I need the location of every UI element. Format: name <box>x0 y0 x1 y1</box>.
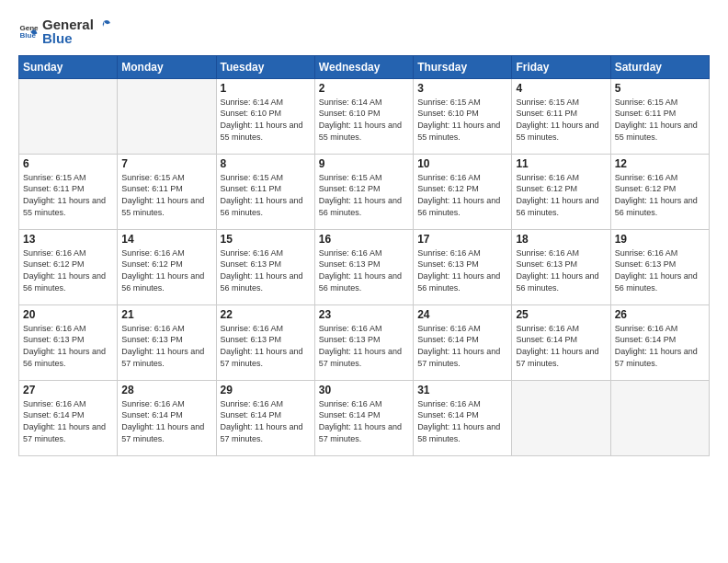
table-row: 19Sunrise: 6:16 AM Sunset: 6:13 PM Dayli… <box>610 229 709 304</box>
day-info: Sunrise: 6:16 AM Sunset: 6:12 PM Dayligh… <box>417 172 507 218</box>
col-wednesday: Wednesday <box>314 55 413 78</box>
day-info: Sunrise: 6:15 AM Sunset: 6:10 PM Dayligh… <box>417 97 507 143</box>
table-row: 25Sunrise: 6:16 AM Sunset: 6:14 PM Dayli… <box>512 304 610 380</box>
col-sunday: Sunday <box>19 55 118 78</box>
day-number: 15 <box>221 233 311 246</box>
day-info: Sunrise: 6:15 AM Sunset: 6:11 PM Dayligh… <box>516 97 606 143</box>
table-row: 12Sunrise: 6:16 AM Sunset: 6:12 PM Dayli… <box>610 154 709 229</box>
col-thursday: Thursday <box>414 55 512 78</box>
table-row: 2Sunrise: 6:14 AM Sunset: 6:10 PM Daylig… <box>314 78 413 154</box>
day-number: 5 <box>615 82 705 95</box>
table-row: 27Sunrise: 6:16 AM Sunset: 6:14 PM Dayli… <box>19 380 118 455</box>
table-row: 10Sunrise: 6:16 AM Sunset: 6:12 PM Dayli… <box>414 154 512 229</box>
day-number: 13 <box>23 233 113 246</box>
logo-bird-icon <box>95 17 111 34</box>
day-info: Sunrise: 6:16 AM Sunset: 6:12 PM Dayligh… <box>615 172 705 218</box>
table-row: 22Sunrise: 6:16 AM Sunset: 6:13 PM Dayli… <box>216 304 314 380</box>
table-row: 11Sunrise: 6:16 AM Sunset: 6:12 PM Dayli… <box>512 154 610 229</box>
table-row: 6Sunrise: 6:15 AM Sunset: 6:11 PM Daylig… <box>19 154 118 229</box>
day-info: Sunrise: 6:16 AM Sunset: 6:14 PM Dayligh… <box>121 398 211 444</box>
table-row: 4Sunrise: 6:15 AM Sunset: 6:11 PM Daylig… <box>512 78 610 154</box>
day-info: Sunrise: 6:16 AM Sunset: 6:12 PM Dayligh… <box>121 247 211 293</box>
calendar-table: Sunday Monday Tuesday Wednesday Thursday… <box>18 55 710 456</box>
day-number: 8 <box>221 157 311 170</box>
day-number: 18 <box>516 233 606 246</box>
day-number: 30 <box>319 384 409 396</box>
day-number: 14 <box>121 233 211 246</box>
day-info: Sunrise: 6:16 AM Sunset: 6:14 PM Dayligh… <box>23 398 113 444</box>
day-number: 1 <box>221 82 311 95</box>
table-row: 21Sunrise: 6:16 AM Sunset: 6:13 PM Dayli… <box>118 304 216 380</box>
day-number: 4 <box>516 82 606 95</box>
day-number: 2 <box>319 82 409 95</box>
day-number: 27 <box>23 384 113 396</box>
logo: General Blue General Blue <box>18 17 112 46</box>
day-info: Sunrise: 6:15 AM Sunset: 6:11 PM Dayligh… <box>121 172 211 218</box>
day-info: Sunrise: 6:16 AM Sunset: 6:13 PM Dayligh… <box>417 247 507 293</box>
day-info: Sunrise: 6:14 AM Sunset: 6:10 PM Dayligh… <box>221 97 311 143</box>
day-number: 11 <box>516 157 606 170</box>
day-number: 24 <box>417 308 507 321</box>
table-row: 20Sunrise: 6:16 AM Sunset: 6:13 PM Dayli… <box>19 304 118 380</box>
table-row: 24Sunrise: 6:16 AM Sunset: 6:14 PM Dayli… <box>414 304 512 380</box>
day-info: Sunrise: 6:16 AM Sunset: 6:13 PM Dayligh… <box>319 247 409 293</box>
day-info: Sunrise: 6:16 AM Sunset: 6:13 PM Dayligh… <box>121 323 211 369</box>
table-row: 5Sunrise: 6:15 AM Sunset: 6:11 PM Daylig… <box>610 78 709 154</box>
day-number: 7 <box>121 157 211 170</box>
table-row: 1Sunrise: 6:14 AM Sunset: 6:10 PM Daylig… <box>216 78 314 154</box>
calendar-header-row: Sunday Monday Tuesday Wednesday Thursday… <box>19 55 710 78</box>
day-info: Sunrise: 6:16 AM Sunset: 6:14 PM Dayligh… <box>417 398 507 444</box>
table-row: 28Sunrise: 6:16 AM Sunset: 6:14 PM Dayli… <box>118 380 216 455</box>
table-row: 26Sunrise: 6:16 AM Sunset: 6:14 PM Dayli… <box>610 304 709 380</box>
day-number: 25 <box>516 308 606 321</box>
day-info: Sunrise: 6:16 AM Sunset: 6:12 PM Dayligh… <box>516 172 606 218</box>
day-number: 26 <box>615 308 705 321</box>
header: General Blue General Blue <box>18 17 710 46</box>
day-number: 9 <box>319 157 409 170</box>
col-saturday: Saturday <box>610 55 709 78</box>
logo-icon: General Blue <box>18 21 39 41</box>
day-info: Sunrise: 6:14 AM Sunset: 6:10 PM Dayligh… <box>319 97 409 143</box>
svg-text:Blue: Blue <box>19 31 36 40</box>
col-friday: Friday <box>512 55 610 78</box>
calendar-week-row: 20Sunrise: 6:16 AM Sunset: 6:13 PM Dayli… <box>19 304 710 380</box>
table-row: 3Sunrise: 6:15 AM Sunset: 6:10 PM Daylig… <box>414 78 512 154</box>
day-info: Sunrise: 6:16 AM Sunset: 6:14 PM Dayligh… <box>615 323 705 369</box>
day-info: Sunrise: 6:16 AM Sunset: 6:13 PM Dayligh… <box>615 247 705 293</box>
table-row: 23Sunrise: 6:16 AM Sunset: 6:13 PM Dayli… <box>314 304 413 380</box>
day-info: Sunrise: 6:16 AM Sunset: 6:12 PM Dayligh… <box>23 247 113 293</box>
day-info: Sunrise: 6:15 AM Sunset: 6:11 PM Dayligh… <box>221 172 311 218</box>
calendar-week-row: 1Sunrise: 6:14 AM Sunset: 6:10 PM Daylig… <box>19 78 710 154</box>
calendar-week-row: 6Sunrise: 6:15 AM Sunset: 6:11 PM Daylig… <box>19 154 710 229</box>
day-info: Sunrise: 6:16 AM Sunset: 6:13 PM Dayligh… <box>221 323 311 369</box>
page: General Blue General Blue Sunday Monday … <box>0 0 728 563</box>
day-info: Sunrise: 6:16 AM Sunset: 6:13 PM Dayligh… <box>221 247 311 293</box>
day-number: 31 <box>417 384 507 396</box>
day-number: 20 <box>23 308 113 321</box>
table-row: 31Sunrise: 6:16 AM Sunset: 6:14 PM Dayli… <box>414 380 512 455</box>
day-info: Sunrise: 6:16 AM Sunset: 6:14 PM Dayligh… <box>516 323 606 369</box>
table-row: 18Sunrise: 6:16 AM Sunset: 6:13 PM Dayli… <box>512 229 610 304</box>
table-row: 13Sunrise: 6:16 AM Sunset: 6:12 PM Dayli… <box>19 229 118 304</box>
day-number: 3 <box>417 82 507 95</box>
day-info: Sunrise: 6:16 AM Sunset: 6:13 PM Dayligh… <box>319 323 409 369</box>
day-number: 12 <box>615 157 705 170</box>
day-number: 19 <box>615 233 705 246</box>
table-row: 30Sunrise: 6:16 AM Sunset: 6:14 PM Dayli… <box>314 380 413 455</box>
table-row: 16Sunrise: 6:16 AM Sunset: 6:13 PM Dayli… <box>314 229 413 304</box>
table-row: 15Sunrise: 6:16 AM Sunset: 6:13 PM Dayli… <box>216 229 314 304</box>
col-monday: Monday <box>118 55 216 78</box>
day-number: 6 <box>23 157 113 170</box>
day-info: Sunrise: 6:16 AM Sunset: 6:14 PM Dayligh… <box>417 323 507 369</box>
calendar-week-row: 13Sunrise: 6:16 AM Sunset: 6:12 PM Dayli… <box>19 229 710 304</box>
table-row: 29Sunrise: 6:16 AM Sunset: 6:14 PM Dayli… <box>216 380 314 455</box>
table-row: 8Sunrise: 6:15 AM Sunset: 6:11 PM Daylig… <box>216 154 314 229</box>
day-info: Sunrise: 6:16 AM Sunset: 6:13 PM Dayligh… <box>23 323 113 369</box>
day-info: Sunrise: 6:16 AM Sunset: 6:14 PM Dayligh… <box>319 398 409 444</box>
day-number: 16 <box>319 233 409 246</box>
day-number: 21 <box>121 308 211 321</box>
day-info: Sunrise: 6:15 AM Sunset: 6:12 PM Dayligh… <box>319 172 409 218</box>
calendar-week-row: 27Sunrise: 6:16 AM Sunset: 6:14 PM Dayli… <box>19 380 710 455</box>
day-info: Sunrise: 6:15 AM Sunset: 6:11 PM Dayligh… <box>23 172 113 218</box>
day-number: 28 <box>121 384 211 396</box>
